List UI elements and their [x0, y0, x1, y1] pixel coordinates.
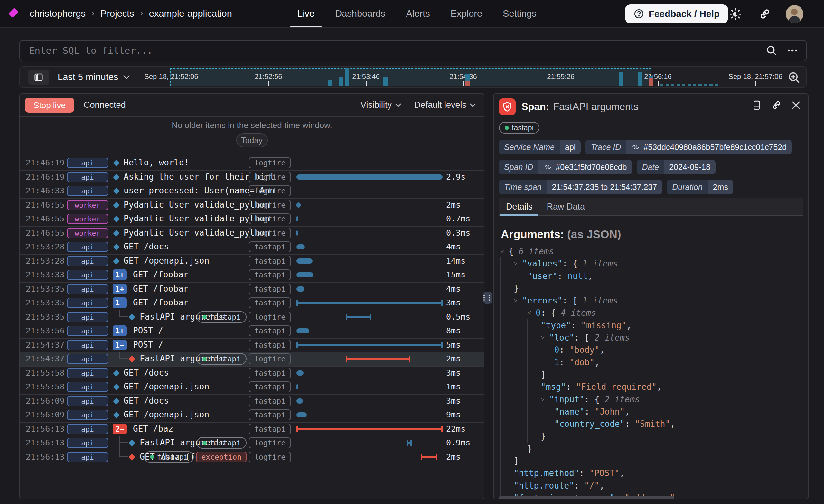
tab-explore[interactable]: Explore [443, 0, 489, 27]
table-row[interactable]: 21:53:28apiGET /openapi.jsonfastapi14ms [20, 254, 484, 268]
indent-guide [500, 356, 514, 369]
chip-label: Span ID [499, 160, 538, 175]
connection-status: Connected [84, 94, 126, 116]
table-row[interactable]: 21:53:56api1+POST /fastapi8ms [20, 324, 484, 338]
visibility-dropdown[interactable]: Visibility [360, 100, 401, 110]
scope-tag: logfire [249, 354, 291, 364]
table-row[interactable]: 21:55:58apiGET /docsfastapi3ms [20, 366, 484, 380]
theme-toggle-button[interactable] [727, 6, 743, 22]
tab-dashboards[interactable]: Dashboards [328, 0, 392, 27]
chip-value: api [560, 140, 581, 155]
chain-link-icon[interactable] [543, 163, 552, 172]
table-row[interactable]: 21:46:55workerPydantic User validate_pyt… [20, 212, 484, 226]
table-row[interactable]: 21:56:13apiFastAPI argumentsfastapilogfi… [20, 436, 484, 450]
table-row[interactable]: 21:54:37apiFastAPI argumentsfastapilogfi… [20, 352, 484, 366]
tag-group: fastapi [20, 255, 291, 267]
table-row[interactable]: 21:46:55workerPydantic User validate_pyt… [20, 198, 484, 212]
json-caret-icon[interactable]: ˅ [500, 245, 509, 258]
table-row[interactable]: 21:46:55workerPydantic User validate_pyt… [20, 226, 484, 240]
indent-guide [527, 381, 541, 393]
arguments-heading: Arguments: (as JSON) [501, 228, 621, 241]
table-row[interactable]: 21:56:13apiGET /baz (fofastapiexceptionl… [20, 450, 484, 464]
sql-filter-input[interactable] [29, 40, 763, 61]
table-row[interactable]: 21:53:28apiGET /docsfastapi4ms [20, 240, 484, 254]
table-row[interactable]: 21:53:35apiFastAPI argumentsfastapilogfi… [20, 310, 484, 324]
indent-guide [527, 319, 541, 331]
search-icon[interactable] [765, 44, 778, 57]
close-icon [791, 100, 801, 110]
table-row[interactable]: 21:55:58apiGET /openapi.jsonfastapi1ms [20, 380, 484, 394]
indent-guide [500, 270, 514, 282]
more-options-icon[interactable] [786, 44, 799, 57]
breadcrumb-item[interactable]: example-application [149, 8, 232, 19]
tab-details[interactable]: Details [499, 198, 540, 215]
table-row[interactable]: 21:46:33apiuser processed: User(name='An… [20, 184, 484, 198]
json-line: "http.method": "POST", [500, 467, 803, 479]
today-button[interactable]: Today [236, 133, 268, 147]
default-levels-dropdown[interactable]: Default levels [414, 100, 476, 110]
chip-value: 21:54:37.235 to 21:54:37.237 [547, 180, 662, 194]
tag-group: logfire [20, 157, 291, 169]
duration-label: 2.9s [446, 170, 466, 184]
feedback-help-button[interactable]: Feedback / Help [625, 4, 728, 23]
zoom-in-button[interactable] [786, 70, 802, 85]
json-caret-icon[interactable]: ˅ [514, 295, 522, 307]
scope-tag: fastapi [197, 437, 246, 448]
indent-guide [500, 307, 514, 319]
json-caret-icon[interactable]: ˅ [541, 331, 549, 344]
sql-filter-bar [19, 40, 807, 61]
json-caret-icon[interactable]: ˅ [541, 393, 549, 406]
tag-group: fastapilogfire [20, 311, 291, 323]
link-icon [759, 8, 771, 21]
main-nav-tabs: LiveDashboardsAlertsExploreSettings [287, 0, 547, 27]
duration-bar [296, 398, 303, 404]
open-in-panel-button[interactable] [751, 100, 762, 111]
horizontal-scrollbar[interactable] [499, 496, 674, 499]
indent-guide [500, 418, 514, 430]
table-row[interactable]: 21:53:35api1−GET /foobarfastapi3ms [20, 296, 484, 310]
panel-resize-handle[interactable] [484, 292, 492, 304]
json-line: "type": "missing", [500, 319, 803, 331]
detail-tabs: DetailsRaw Data [499, 198, 803, 216]
breadcrumb-item[interactable]: Projects [100, 8, 134, 19]
copy-page-link-button[interactable] [757, 6, 773, 22]
duration-bar [296, 216, 298, 221]
chain-link-icon[interactable] [631, 142, 640, 152]
table-row[interactable]: 21:56:09apiGET /docsfastapi3ms [20, 394, 484, 408]
table-row[interactable]: 21:46:19apiHello, world!logfire [20, 156, 484, 170]
user-avatar[interactable] [786, 5, 803, 23]
tag-group: fastapi [20, 283, 291, 295]
tab-alerts[interactable]: Alerts [399, 0, 437, 27]
table-row[interactable]: 21:53:33api1+GET /foobarfastapi15ms [20, 268, 484, 282]
timeline-tick-mark [755, 81, 756, 86]
json-line: ˅0: { 4 items [500, 307, 803, 319]
close-panel-button[interactable] [791, 100, 801, 110]
logfire-logo-icon[interactable] [8, 8, 19, 18]
duration-span-bar [296, 300, 442, 306]
indent-guide [514, 369, 527, 381]
indent-guide [541, 406, 554, 418]
chip-value: #0e31f5fd70e08cdb [538, 160, 632, 175]
metadata-chips-row: Service NameapiTrace ID#53ddc40980a86b57… [499, 140, 792, 155]
tab-raw-data[interactable]: Raw Data [540, 198, 592, 215]
json-line: ] [500, 455, 803, 467]
json-caret-icon[interactable]: ˅ [514, 258, 522, 270]
indent-guide [500, 406, 514, 418]
histogram-bar [328, 80, 332, 86]
table-row[interactable]: 21:53:35api1+GET /foobarfastapi4ms [20, 282, 484, 296]
breadcrumb-item[interactable]: christophergs [30, 8, 86, 19]
duration-label: 0.5ms [446, 310, 470, 324]
timeline[interactable]: Sep 18, 21:52:0621:52:5621:53:4621:54:36… [20, 67, 807, 87]
table-row[interactable]: 21:54:37api1−POST /fastapi5ms [20, 338, 484, 352]
help-icon [633, 8, 644, 19]
copy-span-link-button[interactable] [771, 100, 782, 111]
stop-live-button[interactable]: Stop live [25, 98, 74, 113]
table-row[interactable]: 21:56:09apiGET /openapi.jsonfastapi9ms [20, 408, 484, 422]
table-row[interactable]: 21:46:19apiAsking the user for their bir… [20, 170, 484, 184]
tab-settings[interactable]: Settings [496, 0, 544, 27]
tab-live[interactable]: Live [290, 0, 322, 27]
duration-bar [296, 244, 305, 249]
json-caret-icon[interactable]: ˅ [527, 307, 536, 319]
duration-label: 4ms [446, 282, 460, 296]
table-row[interactable]: 21:56:13api2−GET /bazfastapi22ms [20, 422, 484, 436]
